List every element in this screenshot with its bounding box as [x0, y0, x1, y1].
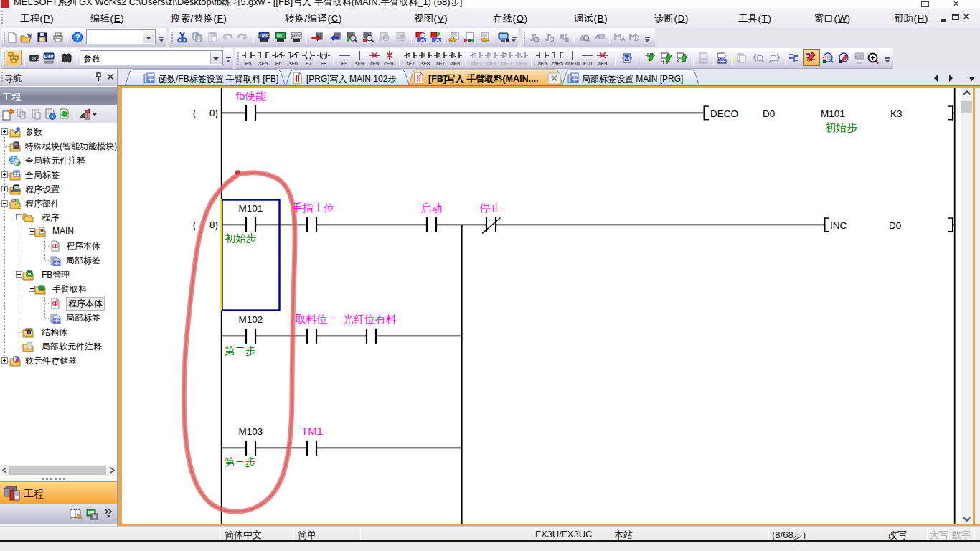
svg-text:F8: F8 [321, 61, 326, 66]
svg-text:?: ? [75, 33, 80, 42]
svg-text:aF7: aF7 [436, 61, 445, 66]
svg-text:i: i [52, 114, 53, 119]
svg-text:手指上位: 手指上位 [292, 202, 335, 214]
svg-text:caF5: caF5 [552, 61, 563, 66]
svg-text:sF8: sF8 [421, 61, 430, 66]
svg-text:A: A [621, 36, 625, 42]
svg-text:cF10: cF10 [384, 61, 395, 66]
svg-text:{ }: { } [321, 53, 326, 59]
svg-text:fb使能: fb使能 [236, 90, 267, 102]
svg-text:局部标签设置 MAIN [PRG]: 局部标签设置 MAIN [PRG] [582, 74, 683, 84]
svg-text:Dev: Dev [418, 38, 426, 43]
svg-text:saF6: saF6 [486, 61, 497, 66]
svg-text:初始步: 初始步 [225, 232, 257, 244]
svg-text:F7: F7 [306, 61, 311, 66]
svg-text:sF9: sF9 [355, 61, 364, 66]
svg-text:M101: M101 [239, 203, 263, 214]
svg-text:M101: M101 [821, 108, 845, 119]
svg-text:aF9: aF9 [598, 61, 607, 66]
svg-text:aF8: aF8 [451, 61, 460, 66]
svg-text:D0: D0 [889, 220, 901, 231]
svg-text:INC: INC [830, 220, 847, 231]
svg-text:TM1: TM1 [301, 425, 323, 437]
svg-text:Dev: Dev [44, 54, 54, 59]
svg-text:停止: 停止 [479, 202, 501, 214]
svg-text:Dev: Dev [855, 54, 864, 59]
svg-text:( 0): ( 0) [193, 108, 218, 118]
svg-text:HKY: HKY [292, 34, 301, 38]
svg-text:cF9: cF9 [370, 61, 379, 66]
svg-text:F5: F5 [245, 61, 251, 66]
svg-text:M103: M103 [239, 426, 263, 437]
svg-text:sF6: sF6 [289, 61, 298, 66]
svg-text:DECO: DECO [710, 108, 738, 119]
svg-text:Dev: Dev [260, 33, 269, 38]
svg-text:saF7: saF7 [501, 61, 512, 66]
svg-text:aF5: aF5 [538, 61, 547, 66]
svg-text:F6: F6 [275, 61, 281, 66]
svg-text:F9: F9 [341, 61, 347, 66]
svg-text:函数/FB标签设置 手臂取料 [FB]: 函数/FB标签设置 手臂取料 [FB] [159, 74, 278, 84]
svg-text:sF7: sF7 [406, 61, 415, 66]
svg-text:K3: K3 [890, 108, 903, 119]
svg-text:[PRG]写入 MAIN 102步: [PRG]写入 MAIN 102步 [306, 74, 396, 84]
svg-text:saF5: saF5 [471, 61, 482, 66]
svg-text:取料位: 取料位 [296, 313, 328, 325]
svg-text:第二步: 第二步 [225, 345, 256, 357]
svg-text:初始步: 初始步 [825, 121, 857, 133]
svg-text:光纤位有料: 光纤位有料 [343, 313, 397, 325]
svg-text:第三步: 第三步 [225, 456, 256, 468]
svg-text:启动: 启动 [421, 202, 443, 214]
svg-text:D0: D0 [763, 108, 775, 119]
svg-text:sF5: sF5 [259, 61, 268, 66]
svg-text:ST: ST [624, 56, 631, 61]
svg-text:F10: F10 [583, 61, 592, 66]
svg-text:Dev: Dev [433, 38, 441, 43]
svg-text:[FB]写入 手臂取料(MAIN....: [FB]写入 手臂取料(MAIN.... [428, 73, 538, 84]
svg-text:saF8: saF8 [516, 61, 527, 66]
svg-text:caF10: caF10 [565, 61, 580, 66]
svg-text:M102: M102 [239, 314, 263, 325]
